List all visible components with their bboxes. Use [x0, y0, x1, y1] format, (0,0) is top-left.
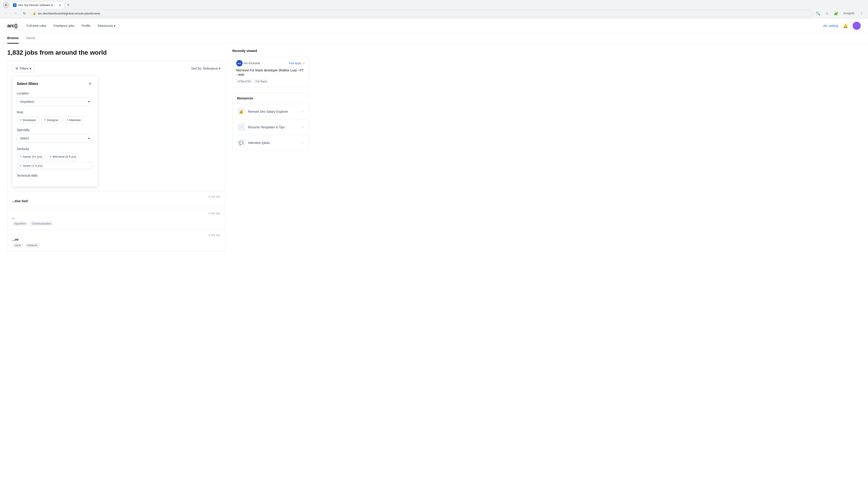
job-tags: Algorithm Communication [12, 221, 220, 226]
resources-title: Resources [232, 93, 309, 104]
job-time: a day ago [12, 233, 220, 236]
job-title: ...tive SoC [12, 199, 220, 203]
technical-skills-section: Technical skills [17, 174, 93, 177]
location-dropdown[interactable]: Anywhere ▾ [17, 97, 93, 106]
jobs-toolbar: ⚙ Filters ▾ Sort by: Relevance ▾ [7, 61, 225, 76]
browser-tab[interactable]: A Hire Top Remote Software Dev... ✕ [10, 2, 64, 8]
role-label: Role [17, 110, 93, 114]
location-chevron-icon: ▾ [88, 100, 90, 103]
chip-plus-icon: + [44, 118, 46, 122]
resources-dropdown-icon: ▾ [114, 24, 116, 28]
role-chip-designer[interactable]: + Designer [41, 116, 61, 124]
seniority-chips: + Senior (5+ yrs) + Mid-level (3-5 yrs) … [17, 153, 93, 169]
nav-profile[interactable]: Profile [82, 24, 91, 28]
refresh-button[interactable]: ↻ [21, 10, 28, 17]
address-bar[interactable]: 🔒 arc.dev/dashboard/d/global-remote-jobs… [30, 10, 813, 17]
job-time: a day ago [12, 212, 220, 215]
main-nav: Full-time roles Freelance jobs Profile R… [26, 24, 823, 28]
jobs-container: ⚙ Filters ▾ Sort by: Relevance ▾ Select … [7, 61, 225, 252]
right-sidebar: Recently viewed arc Arc Exclusive Fast a… [232, 49, 309, 252]
seniority-chip-midlevel[interactable]: + Mid-level (3-5 yrs) [47, 153, 79, 160]
recently-viewed-title: Recently viewed [232, 49, 309, 53]
nav-freelance-jobs[interactable]: Freelance jobs [54, 24, 74, 28]
specialty-value: Select [20, 136, 29, 140]
job-card-tag-html: HTML/CSS [236, 79, 252, 84]
specialty-section: Specialty Select ▾ [17, 128, 93, 142]
notifications-button[interactable]: 🔔 [842, 22, 849, 29]
address-text: arc.dev/dashboard/d/global-remote-jobs/b… [38, 12, 810, 15]
resource-interview-qa[interactable]: 💬 Interview Q&As → [232, 135, 309, 151]
job-tag-network: Network [25, 243, 39, 248]
filter-panel: Select filters ✕ Location Anywhere ▾ Rol… [12, 76, 98, 187]
main-content: 1,832 jobs from around the world ⚙ Filte… [0, 43, 316, 257]
tab-group-button[interactable]: ▼ [3, 2, 9, 8]
new-tab-button[interactable]: + [65, 2, 71, 8]
fast-apply-button[interactable]: Fast apply ⚡ [289, 62, 305, 65]
resource-resume-label: Resume Templates & Tips [248, 125, 298, 129]
arc-exclusive-text: Arc Exclusive [244, 62, 260, 65]
tab-favicon: A [13, 3, 17, 7]
resource-salary-label: Remote Dev Salary Explorer [248, 110, 298, 113]
nav-fulltime-roles[interactable]: Full-time roles [26, 24, 46, 28]
sort-dropdown-icon: ▾ [219, 67, 220, 70]
seniority-chip-senior[interactable]: + Senior (5+ yrs) [17, 153, 45, 160]
nav-resources[interactable]: Resources ▾ [98, 24, 116, 28]
back-button[interactable]: ← [3, 10, 10, 17]
sub-nav: Browse Saved [0, 33, 868, 43]
role-chips: + Developer + Designer + Marketer [17, 116, 93, 124]
job-tags: ration Network [12, 243, 220, 248]
arc-exclusive-badge: arc Arc Exclusive [236, 60, 260, 66]
job-card-tags: HTML/CSS Full Stack [236, 79, 305, 84]
specialty-chevron-icon: ▾ [88, 136, 90, 140]
arc-logo-icon: arc [236, 60, 243, 66]
tab-browse[interactable]: Browse [7, 33, 19, 43]
tab-saved[interactable]: Saved [26, 33, 35, 43]
location-section: Location Anywhere ▾ [17, 92, 93, 106]
seniority-label: Seniority [17, 147, 93, 151]
job-tag-ration: ration [12, 243, 23, 248]
job-tag-communication: Communication [30, 221, 53, 226]
filters-dropdown-icon: ▾ [30, 67, 31, 70]
tab-close-button[interactable]: ✕ [59, 3, 61, 7]
sort-control[interactable]: Sort by: Relevance ▾ [191, 67, 220, 70]
seniority-chip-junior[interactable]: + Junior (1-3 yrs) [17, 162, 93, 169]
job-title: ...ve [12, 237, 220, 241]
resume-templates-icon: 📄 [237, 123, 245, 131]
job-time: a day ago [12, 195, 220, 198]
job-item-3[interactable]: a day ago ...ve ration Network [7, 230, 225, 251]
menu-button[interactable]: ⋮ [858, 10, 865, 17]
interview-qa-icon: 💬 [237, 139, 245, 147]
job-card-title: Mid-level Ful Stack developer (Roblox Lu… [236, 68, 305, 77]
filters-button[interactable]: ⚙ Filters ▾ [12, 65, 35, 72]
filter-close-button[interactable]: ✕ [87, 80, 93, 87]
specialty-dropdown[interactable]: Select ▾ [17, 134, 93, 142]
job-item-1[interactable]: a day ago ...tive SoC [7, 191, 225, 208]
job-card-header: arc Arc Exclusive Fast apply ⚡ [236, 60, 305, 66]
location-label: Location [17, 92, 93, 95]
resources-section: Resources 💰 Remote Dev Salary Explorer →… [232, 93, 309, 151]
incognito-badge: Incognito [842, 11, 856, 16]
salary-explorer-icon: 💰 [237, 107, 245, 116]
technical-skills-label: Technical skills [17, 174, 93, 177]
forward-button[interactable]: → [12, 10, 19, 17]
resource-resume-templates[interactable]: 📄 Resume Templates & Tips → [232, 120, 309, 135]
role-chip-developer[interactable]: + Developer [17, 116, 39, 124]
filter-panel-title: Select filters [17, 82, 38, 86]
extensions-button[interactable]: 🧩 [833, 10, 840, 17]
resource-salary-explorer[interactable]: 💰 Remote Dev Salary Explorer → [232, 104, 309, 120]
chip-plus-icon: + [66, 118, 68, 122]
bookmark-button[interactable]: ☆ [824, 10, 831, 17]
job-tag-algorithm: Algorithm [12, 221, 28, 226]
arc-vetting-link[interactable]: Arc vetting [823, 24, 838, 28]
specialty-label: Specialty [17, 128, 93, 132]
job-card-tag-fullstack: Full Stack [254, 79, 268, 84]
job-title: ... [12, 216, 220, 220]
lock-icon: 🔒 [33, 12, 36, 15]
featured-job-card[interactable]: arc Arc Exclusive Fast apply ⚡ Mid-level… [232, 56, 309, 87]
role-chip-marketer[interactable]: + Marketer [63, 116, 84, 124]
page-title: 1,832 jobs from around the world [7, 49, 225, 56]
search-icon-button[interactable]: 🔍 [814, 10, 822, 17]
logo[interactable]: arc() [7, 23, 18, 29]
user-avatar[interactable] [852, 22, 861, 30]
job-item-2[interactable]: a day ago ... Algorithm Communication [7, 208, 225, 230]
